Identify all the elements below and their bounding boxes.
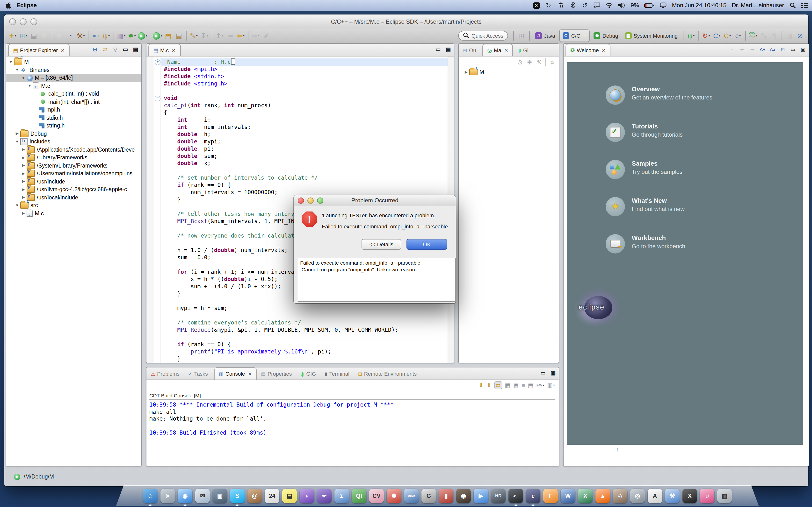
home-icon[interactable]: ⌂ [728,46,735,53]
dock-app-icon[interactable]: ⚒ [665,489,679,503]
tree-row[interactable]: ▶h/usr/include [6,177,141,185]
build-all-button[interactable]: ◔ [65,30,75,42]
dialog-details-text[interactable]: Failed to execute command: ompi_info -a … [298,258,456,302]
code-line[interactable]: /* combine everyone's calculations */ [161,319,448,326]
sync-icon[interactable]: ↻ [545,1,552,9]
dock-app-icon[interactable]: @ [248,489,262,503]
twistie-icon[interactable]: ▼ [27,84,33,88]
dock-app-icon[interactable]: CV [369,489,384,503]
dock-app-icon[interactable]: X [682,489,697,503]
tab-properties[interactable]: ▤Properties [257,368,296,380]
editor-annotation-ruler[interactable] [146,56,154,362]
code-line[interactable]: calc_pi(int rank, int num_procs) [161,102,448,109]
drag-handle-icon[interactable]: ⁞ [617,448,618,452]
customize-icon[interactable]: ⊡ [779,46,786,53]
tree-row[interactable]: ▼Includes [6,137,141,146]
welcome-link-workbench[interactable]: WorkbenchGo to the workbench [606,234,685,253]
perspective-java[interactable]: JJava [532,30,558,42]
restart-button[interactable]: ↻▾ [701,30,711,42]
zoom-window-button[interactable] [31,18,37,25]
display-selected-icon[interactable]: ▥▾ [547,382,555,389]
dock-app-icon[interactable]: >_ [508,489,523,503]
dock-app-icon[interactable]: ◎ [630,489,645,503]
code-line[interactable] [161,167,448,174]
dock-app-icon[interactable]: ✺ [387,489,401,503]
binary-button[interactable]: 010 [90,30,101,42]
display-icon[interactable] [660,1,666,9]
dock-app-icon[interactable]: ▥ [717,489,732,503]
dock-app-icon[interactable]: ▲ [596,489,610,503]
welcome-link-globe[interactable]: OverviewGet an overview of the features [606,86,712,105]
scroll-lock-icon[interactable]: ⇄ [494,382,502,389]
tab-gig[interactable]: ψGIG [296,368,320,380]
tree-row[interactable]: mpi.h [6,106,141,114]
twistie-icon[interactable]: ▶ [21,156,26,160]
mark-occurrences-button[interactable]: ✎▾ [189,30,199,42]
build-button[interactable]: ⚒▾ [75,30,86,42]
dock-app-icon[interactable]: ▣ [213,489,227,503]
code-line[interactable] [161,312,448,319]
tab-gl[interactable]: ψGl [513,44,533,56]
make-target-project-row[interactable]: ▶ C M [459,68,559,76]
bluetooth-icon[interactable] [569,1,576,9]
window-titlebar[interactable]: C/C++ – M/src/M.c – Eclipse SDK – /Users… [4,14,808,29]
dock-app-icon[interactable]: A [648,489,662,503]
tree-row[interactable]: ▼CM [6,58,141,66]
open-element-button[interactable]: ▥▾ [116,30,126,42]
tree-row[interactable]: ▼M – [x86_64/le] [6,74,141,82]
code-line[interactable]: if (rank == 0) { [161,181,448,189]
dock-app-icon[interactable]: e [526,489,540,503]
minimize-view-icon[interactable]: ▭ [122,46,129,53]
dock-app-icon[interactable]: ✒ [317,489,332,503]
spotlight-icon[interactable] [789,1,796,9]
code-line[interactable]: { [161,109,448,116]
code-line[interactable]: mypi = h * sum; [161,305,448,312]
welcome-link-tutorials[interactable]: TutorialsGo through tutorials [606,123,683,142]
tab-editor-mc[interactable]: ▤ M.c ✕ [148,44,181,56]
perspective-debug[interactable]: ✹Debug [591,30,621,42]
code-line[interactable]: #include <mpi.h> [161,66,448,73]
code-line[interactable]: double sum; [161,153,448,160]
pin-console-icon[interactable]: ▦ [505,382,510,389]
dock-app-icon[interactable]: ➤ [160,489,175,503]
enlarge-text-icon[interactable]: A▴ [769,46,776,53]
dock-app-icon[interactable]: ▤ [282,489,297,503]
dock-app-icon[interactable]: ◗ [300,489,314,503]
word-wrap-icon[interactable]: ▤ [528,382,534,389]
tree-row[interactable]: ▼Binaries [6,66,141,74]
maximize-view-icon[interactable]: ▣ [132,46,139,53]
twistie-icon[interactable]: ▼ [8,60,13,64]
code-line[interactable]: /* set number of intervals to calculate … [161,174,448,181]
mpi-green-button[interactable]: ψ▾ [686,30,697,42]
maximize-view-icon[interactable]: ▣ [445,46,452,53]
minimize-view-icon[interactable]: ▭ [435,46,442,53]
tree-row[interactable]: ▶h/Library/Frameworks [6,154,141,162]
home-icon[interactable]: ⌂ [545,58,556,65]
welcome-link-samples[interactable]: SamplesTry out the samples [606,160,682,179]
minimize-icon[interactable]: ▭ [789,46,797,53]
twistie-icon[interactable]: ▼ [14,68,20,72]
tree-row[interactable]: ▶.cM.c [6,209,141,217]
twistie-icon[interactable]: ▶ [21,211,26,216]
menubar-user-name[interactable]: Dr. Marti...einhauser [732,2,784,9]
tab-project-explorer[interactable]: ⬒ Project Explorer ✕ [8,44,69,56]
tab-problems[interactable]: ⚠Problems [146,368,184,380]
show-selected-icon[interactable]: ▩ [513,382,519,389]
twistie-icon[interactable]: ▶ [21,195,26,200]
code-line[interactable]: double h; [161,131,448,138]
quick-access-input[interactable]: Quick Access [458,31,508,41]
twistie-icon[interactable]: ▶ [21,148,26,152]
code-line[interactable]: double mypi; [161,138,448,145]
dock-app-icon[interactable]: ◉ [456,489,471,503]
menubar-app-name[interactable]: Eclipse [16,2,37,9]
dock-app-icon[interactable]: S [230,489,245,503]
code-line[interactable]: void [161,95,448,102]
new-button[interactable]: ✦▾ [7,30,18,42]
keychain-icon[interactable] [557,1,564,9]
tree-row[interactable]: ▶h/usr/llvm-gcc-4.2/lib/gcc/i686-apple-c [6,185,141,193]
perspective-system-monitoring[interactable]: ▦System Monitoring [622,30,680,42]
code-line[interactable]: #include <string.h> [161,80,448,88]
link-with-editor-icon[interactable]: ⇄ [101,46,109,53]
tree-row[interactable]: ▶h/Applications/Xcode.app/Contents/Deve [6,146,141,154]
close-icon[interactable]: ✕ [171,48,176,53]
